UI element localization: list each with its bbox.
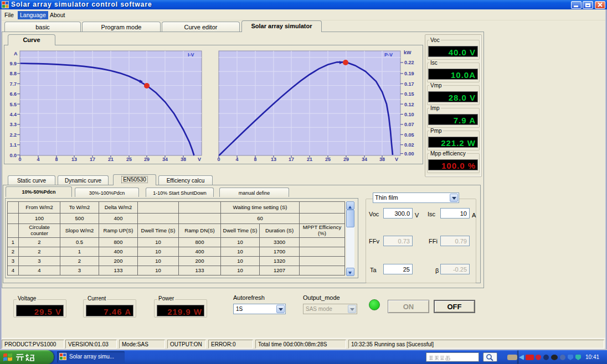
svg-text:0.19: 0.19 — [404, 71, 414, 76]
svg-text:1.1: 1.1 — [9, 142, 17, 148]
svg-text:7.7: 7.7 — [9, 81, 17, 87]
svg-text:I-V: I-V — [188, 52, 194, 58]
svg-text:4.4: 4.4 — [9, 112, 17, 117]
svg-text:kW: kW — [404, 50, 411, 55]
svg-text:P-V: P-V — [384, 52, 393, 58]
svg-text:9.9: 9.9 — [9, 61, 17, 66]
svg-text:0.07: 0.07 — [404, 122, 414, 127]
svg-text:0.02: 0.02 — [404, 142, 414, 148]
svg-text:0.12: 0.12 — [404, 102, 414, 107]
svg-text:0.10: 0.10 — [404, 112, 414, 117]
svg-text:0.05: 0.05 — [404, 132, 414, 138]
svg-text:6.6: 6.6 — [9, 91, 17, 97]
svg-text:0.22: 0.22 — [404, 60, 414, 65]
svg-text:0.15: 0.15 — [404, 91, 414, 97]
svg-text:8.8: 8.8 — [9, 71, 17, 76]
svg-text:0.00: 0.00 — [404, 151, 414, 157]
svg-text:5.5: 5.5 — [9, 102, 17, 107]
svg-text:0.17: 0.17 — [404, 81, 414, 87]
svg-text:V: V — [395, 157, 398, 162]
svg-text:3.3: 3.3 — [9, 122, 17, 127]
svg-text:0.0: 0.0 — [9, 153, 17, 158]
svg-text:A: A — [14, 51, 18, 56]
svg-text:2.2: 2.2 — [9, 132, 17, 138]
svg-text:V: V — [198, 157, 201, 162]
